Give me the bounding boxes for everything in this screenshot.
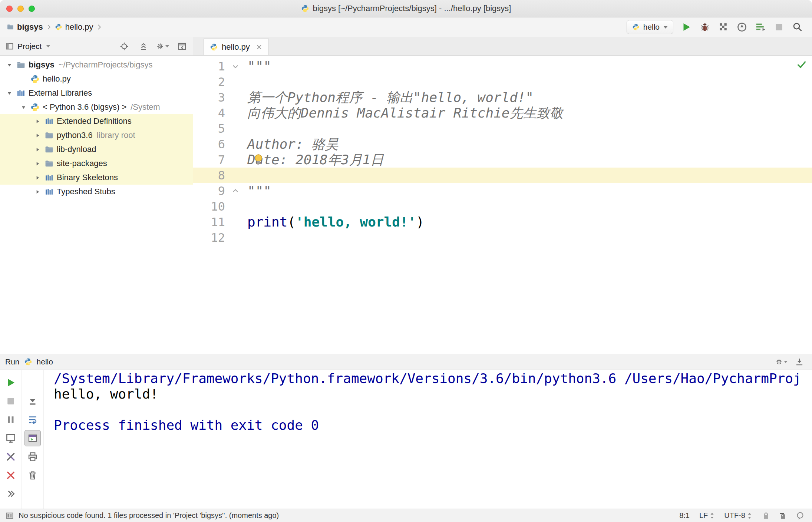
run-header-actions (776, 356, 805, 368)
print-icon (27, 451, 38, 462)
hide-panel-button[interactable] (176, 40, 188, 53)
profiler-button[interactable] (736, 21, 748, 33)
editor-line-2[interactable]: 2 (193, 74, 812, 90)
run-config-selector[interactable]: hello (627, 20, 673, 34)
tree-collapsed-icon[interactable] (30, 189, 44, 195)
breadcrumb-item-hello-py[interactable]: hello.py (55, 22, 93, 32)
soft-wrap-button[interactable] (24, 412, 41, 428)
tree-row-binary-skeletons[interactable]: Binary Skeletons (0, 171, 193, 185)
project-panel-title[interactable]: Project (5, 42, 50, 51)
print-button[interactable] (24, 449, 41, 465)
chevron-down-icon (165, 45, 169, 47)
tab-hello-py[interactable]: hello.py (204, 39, 269, 55)
library-icon (16, 89, 26, 98)
caret-position: 8:1 (679, 511, 690, 520)
code-text (242, 74, 247, 90)
stop-disabled-icon (5, 396, 16, 407)
run-settings-button[interactable] (776, 356, 788, 368)
window-python-icon (301, 4, 309, 13)
editor-line-12[interactable]: 12 (193, 230, 812, 245)
close-button[interactable] (3, 467, 19, 483)
collapse-all-button[interactable] (137, 40, 150, 53)
debug-icon (699, 22, 710, 33)
code-text: print('hello, world!') (242, 214, 424, 230)
caret-position-widget[interactable]: 8:1 (679, 511, 690, 520)
editor-line-8[interactable]: 8 (193, 168, 812, 183)
intention-bulb-icon[interactable] (252, 153, 265, 166)
console-output[interactable]: /System/Library/Frameworks/Python.framew… (44, 370, 812, 509)
code-editor[interactable]: 1"""23第一个Python程序 - 输出"hello, world!"4向伟… (193, 56, 812, 354)
line-number: 8 (193, 168, 242, 183)
code-text: """ (242, 183, 271, 199)
editor-line-10[interactable]: 10 (193, 199, 812, 214)
rerun-button[interactable] (3, 374, 19, 391)
tree-expanded-icon[interactable] (2, 62, 16, 68)
editor-line-11[interactable]: 11print('hello, world!') (193, 214, 812, 230)
tree-label: hello.py (43, 74, 71, 84)
tree-expanded-icon[interactable] (2, 90, 16, 96)
tree-collapsed-icon[interactable] (30, 133, 44, 138)
tree-row-hello-py[interactable]: hello.py (0, 72, 193, 86)
stop-button[interactable] (773, 21, 785, 33)
library-icon (44, 173, 54, 182)
console-toolbar (22, 370, 44, 509)
editor-line-6[interactable]: 6Author: 骆昊 (193, 136, 812, 152)
fold-end-icon[interactable] (231, 186, 240, 195)
editor-line-7[interactable]: 7Date: 2018年3月1日 (193, 152, 812, 168)
clear-all-button[interactable] (24, 467, 41, 483)
tree-row-external-libraries[interactable]: External Libraries (0, 86, 193, 100)
fold-start-icon[interactable] (231, 62, 240, 71)
scroll-to-end-button[interactable] (24, 393, 41, 409)
tree-row-python-3-6-bigsys[interactable]: < Python 3.6 (bigsys) >/System (0, 100, 193, 114)
stop-button[interactable] (3, 393, 19, 409)
tree-collapsed-icon[interactable] (30, 147, 44, 152)
breadcrumb-item-bigsys[interactable]: bigsys (7, 22, 43, 32)
chevron-down-icon (784, 361, 788, 363)
editor-line-9[interactable]: 9""" (193, 183, 812, 199)
tree-collapsed-icon[interactable] (30, 175, 44, 181)
hide-toolbar-button[interactable] (3, 486, 19, 502)
tree-collapsed-icon[interactable] (30, 161, 44, 166)
inspection-ok-icon[interactable] (796, 59, 807, 70)
tree-collapsed-icon[interactable] (30, 119, 44, 124)
line-number: 9 (193, 183, 242, 199)
encoding-widget[interactable]: UTF-8 (724, 511, 752, 520)
run-panel-title: Run (5, 357, 20, 366)
chevron-down-icon (46, 45, 50, 47)
tree-row-bigsys[interactable]: bigsys~/PycharmProjects/bigsys (0, 58, 193, 72)
tree-row-site-packages[interactable]: site-packages (0, 156, 193, 171)
readonly-lock-icon[interactable] (762, 511, 770, 520)
editor-line-5[interactable]: 5 (193, 121, 812, 136)
editor-line-1[interactable]: 1""" (193, 59, 812, 74)
code-text (242, 121, 247, 136)
gear-icon (156, 42, 164, 51)
hector-inspector-icon[interactable] (779, 511, 788, 520)
editor-line-3[interactable]: 3第一个Python程序 - 输出"hello, world!" (193, 90, 812, 105)
tree-expanded-icon[interactable] (16, 105, 30, 110)
line-separator-widget[interactable]: LF (699, 511, 714, 520)
zoom-window-button[interactable] (29, 6, 35, 12)
close-tab-icon[interactable] (256, 44, 263, 50)
tree-row-lib-dynload[interactable]: lib-dynload (0, 142, 193, 156)
concurrency-button[interactable] (754, 21, 767, 33)
run-button[interactable] (680, 21, 693, 33)
editor-line-4[interactable]: 4向伟大的Dennis MacAlistair Ritchie先生致敬 (193, 105, 812, 121)
restore-layout-button[interactable] (3, 430, 19, 446)
close-window-button[interactable] (6, 6, 13, 12)
minimize-window-button[interactable] (17, 6, 24, 12)
debug-button[interactable] (699, 21, 711, 33)
dock-button[interactable] (793, 356, 805, 368)
tree-row-typeshed-stubs[interactable]: Typeshed Stubs (0, 185, 193, 199)
locate-button[interactable] (118, 40, 131, 53)
coverage-button[interactable] (717, 21, 730, 33)
search-everywhere-button[interactable] (791, 21, 804, 33)
pause-output-button[interactable] (3, 412, 19, 428)
settings-button[interactable] (156, 40, 169, 53)
tree-row-python3-6[interactable]: python3.6library root (0, 128, 193, 142)
edit-configurations-button[interactable] (3, 449, 19, 465)
show-console-button[interactable] (24, 430, 41, 446)
event-log-icon[interactable] (796, 511, 805, 520)
tree-row-extended-definitions[interactable]: Extended Definitions (0, 114, 193, 128)
inspection-monitor-icon[interactable] (5, 511, 14, 520)
scroll-end-icon (27, 396, 38, 407)
